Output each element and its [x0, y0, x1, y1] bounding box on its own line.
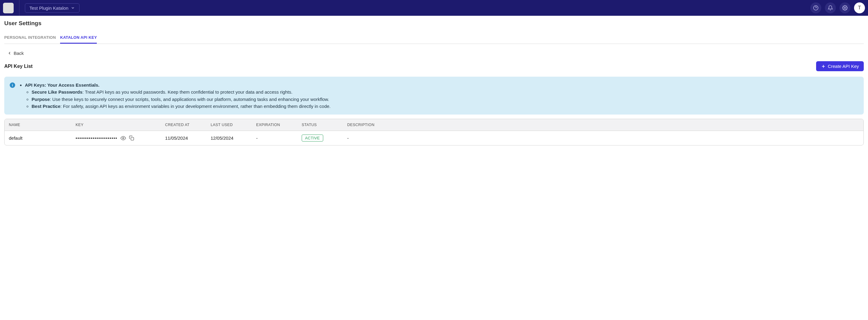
info-content: API Keys: Your Access Essentials. Secure… [20, 81, 331, 110]
th-last-used: LAST USED [211, 123, 256, 127]
info-item: Best Practice: For safety, assign API ke… [32, 103, 331, 110]
th-status: STATUS [302, 123, 347, 127]
tab-katalon-api-key[interactable]: KATALON API KEY [60, 32, 97, 44]
th-key: KEY [75, 123, 165, 127]
th-expiration: EXPIRATION [256, 123, 302, 127]
info-item: Purpose: Use these keys to securely conn… [32, 96, 331, 103]
gear-icon [842, 5, 848, 11]
back-label: Back [14, 50, 24, 56]
cell-expiration: - [256, 136, 302, 141]
cell-last-used: 12/05/2024 [211, 136, 256, 141]
cell-name: default [9, 136, 75, 141]
key-mask: •••••••••••••••••••••• [75, 136, 118, 141]
svg-point-2 [844, 7, 846, 9]
info-item: Secure Like Passwords: Treat API keys as… [32, 88, 331, 96]
tab-personal-integration[interactable]: PERSONAL INTEGRATION [4, 32, 56, 44]
info-heading: API Keys: Your Access Essentials. [25, 82, 99, 87]
section-title: API Key List [4, 64, 32, 69]
reveal-key-button[interactable] [121, 136, 126, 141]
info-icon: i [10, 82, 15, 88]
avatar-letter: T [858, 5, 861, 11]
status-badge: ACTIVE [302, 135, 323, 142]
help-button[interactable] [810, 2, 821, 13]
app-logo[interactable] [3, 3, 14, 13]
back-link[interactable]: Back [7, 50, 24, 56]
table-header: NAME KEY CREATED AT LAST USED EXPIRATION… [5, 119, 863, 131]
section-header: API Key List Create API Key [4, 61, 864, 71]
chevron-left-icon [7, 51, 12, 56]
api-key-table: NAME KEY CREATED AT LAST USED EXPIRATION… [4, 119, 864, 145]
avatar[interactable]: T [854, 2, 865, 13]
cell-key: •••••••••••••••••••••• [75, 136, 165, 141]
th-description: DESCRIPTION [347, 123, 859, 127]
copy-icon [129, 136, 134, 141]
table-row: default •••••••••••••••••••••• 11/05/202… [5, 131, 863, 145]
th-name: NAME [9, 123, 75, 127]
bell-icon [828, 5, 833, 11]
project-name: Test Plugin Katalon [29, 5, 68, 11]
notifications-button[interactable] [825, 2, 836, 13]
th-created-at: CREATED AT [165, 123, 211, 127]
settings-button[interactable] [839, 2, 850, 13]
topbar: Test Plugin Katalon T [0, 0, 868, 16]
create-api-key-button[interactable]: Create API Key [816, 61, 864, 71]
svg-rect-6 [131, 137, 133, 140]
help-icon [813, 5, 818, 11]
chevron-down-icon [71, 6, 75, 10]
project-selector[interactable]: Test Plugin Katalon [25, 3, 80, 13]
info-box: i API Keys: Your Access Essentials. Secu… [4, 77, 864, 114]
plus-icon [821, 64, 826, 69]
create-api-key-label: Create API Key [828, 64, 859, 69]
tabs: PERSONAL INTEGRATION KATALON API KEY [4, 32, 864, 44]
eye-icon [121, 136, 126, 141]
topbar-divider [19, 0, 20, 16]
copy-key-button[interactable] [129, 136, 134, 141]
cell-status: ACTIVE [302, 135, 347, 142]
cell-description: - [347, 136, 859, 141]
svg-point-5 [122, 137, 124, 139]
page-title: User Settings [4, 20, 864, 27]
cell-created-at: 11/05/2024 [165, 136, 211, 141]
